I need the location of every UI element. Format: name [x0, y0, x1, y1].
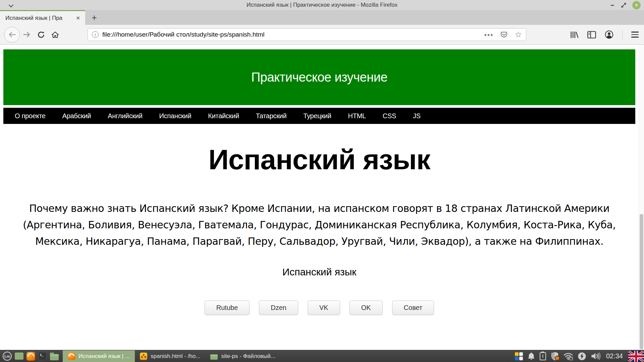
site-nav-link[interactable]: Татарский: [256, 112, 287, 120]
home-icon: [51, 31, 59, 38]
window-titlebar: Испанский язык | Практическое изучение -…: [0, 0, 644, 10]
terminal-icon: $_: [38, 352, 47, 360]
maximize-icon: [621, 2, 627, 8]
banner-title: Практическое изучение: [251, 70, 387, 85]
mint-menu-button[interactable]: Lm: [1, 350, 13, 362]
taskbar-window-list: Испанский язык | ... spanish.html - /ho.…: [63, 350, 280, 362]
tab-title: Испанский язык | Пра: [5, 14, 73, 22]
system-tray: 02:34: [515, 351, 644, 362]
menu-icon[interactable]: [631, 32, 639, 38]
show-desktop-icon: [15, 353, 23, 360]
firefox-icon: [26, 352, 35, 361]
maximize-button[interactable]: [621, 2, 627, 8]
site-nav-link[interactable]: JS: [413, 112, 421, 120]
report-clipboard-icon[interactable]: [540, 352, 546, 360]
clock[interactable]: 02:34: [606, 352, 623, 360]
taskbar-window-label: site-ps - Файловый...: [221, 353, 275, 360]
taskbar-window-label: spanish.html - /ho...: [151, 353, 200, 360]
page-actions-icon[interactable]: •••: [484, 31, 493, 38]
scrollbar-track[interactable]: [639, 45, 644, 350]
social-button[interactable]: VK: [308, 301, 340, 315]
workspace-quadrant-icon[interactable]: [515, 352, 523, 360]
window-controls: − ✕: [609, 0, 641, 10]
site-nav-link[interactable]: Китайский: [208, 112, 239, 120]
page-heading: Испанский язык: [3, 143, 635, 176]
files-icon: [50, 354, 59, 360]
web-page: Практическое изучение О проекте Арабский…: [3, 49, 635, 315]
power-icon[interactable]: [578, 352, 586, 361]
site-nav: О проекте Арабский Английский Испанский …: [3, 108, 635, 124]
social-button[interactable]: Dzen: [259, 301, 298, 315]
terminal-launcher[interactable]: $_: [37, 350, 48, 362]
reload-icon: [37, 31, 45, 39]
taskbar-window-label: Испанский язык | ...: [78, 353, 130, 360]
bookmark-star-icon[interactable]: ☆: [515, 31, 522, 39]
window-title: Испанский язык | Практическое изучение -…: [247, 2, 397, 8]
taskbar-window-icon: [210, 354, 218, 360]
tab-close-icon[interactable]: ✕: [73, 14, 83, 22]
close-button[interactable]: ✕: [632, 1, 641, 9]
site-nav-link[interactable]: Арабский: [62, 112, 91, 120]
forward-icon: [23, 31, 31, 38]
info-icon[interactable]: i: [92, 31, 99, 38]
social-button[interactable]: OK: [350, 301, 383, 315]
back-icon: [8, 31, 16, 38]
browser-viewport: Практическое изучение О проекте Арабский…: [0, 45, 644, 350]
forward-button[interactable]: [20, 28, 34, 42]
notifications-bell-icon[interactable]: [527, 352, 535, 360]
back-button[interactable]: [4, 27, 20, 43]
url-bar[interactable]: i file:///home/user/Рабочий стол/study/s…: [88, 28, 526, 41]
taskbar: Lm $_ Испанский язык | ... spanish: [0, 350, 644, 362]
taskbar-window-button[interactable]: spanish.html - /ho...: [135, 350, 205, 362]
firefox-window: Испанский язык | Практическое изучение -…: [0, 0, 644, 362]
taskbar-window-icon: [68, 353, 75, 360]
wifi-disconnected-icon[interactable]: [563, 352, 573, 360]
pocket-icon[interactable]: [500, 31, 508, 39]
page-subheading: Испанский язык: [3, 266, 635, 278]
files-launcher[interactable]: [48, 350, 60, 362]
url-actions: ••• ☆: [484, 31, 522, 39]
sidebar-icon[interactable]: [587, 31, 596, 39]
show-desktop-button[interactable]: [13, 350, 25, 362]
menu-chevron-icon[interactable]: [9, 3, 13, 7]
account-icon[interactable]: [605, 30, 613, 39]
reload-button[interactable]: [34, 28, 48, 42]
library-icon[interactable]: [570, 31, 579, 39]
site-nav-link[interactable]: CSS: [383, 112, 396, 120]
navigation-toolbar: i file:///home/user/Рабочий стол/study/s…: [0, 25, 644, 45]
new-tab-button[interactable]: +: [87, 10, 101, 25]
mint-menu-icon: Lm: [3, 352, 12, 361]
url-text[interactable]: file:///home/user/Рабочий стол/study/sit…: [102, 31, 484, 38]
tab-bar: Испанский язык | Пра ✕ +: [0, 10, 644, 25]
tab-active[interactable]: Испанский язык | Пра ✕: [0, 10, 85, 25]
page-banner: Практическое изучение: [3, 49, 635, 105]
taskbar-window-button[interactable]: Испанский язык | ...: [63, 350, 135, 362]
toolbar-right-icons: [570, 30, 640, 39]
taskbar-window-button[interactable]: site-ps - Файловый...: [205, 350, 280, 362]
site-nav-link[interactable]: Английский: [108, 112, 142, 120]
social-button[interactable]: Rutube: [205, 301, 250, 315]
taskbar-window-icon: [140, 353, 147, 360]
update-shield-icon[interactable]: [550, 352, 559, 361]
site-nav-link[interactable]: HTML: [348, 112, 366, 120]
page-paragraph: Почему важно знать Испанский язык? Кроме…: [15, 200, 624, 250]
firefox-launcher[interactable]: [25, 350, 37, 362]
volume-icon[interactable]: [591, 352, 601, 360]
scrollbar-thumb[interactable]: [640, 214, 643, 349]
social-buttons-row: Rutube Dzen VK OK Совет: [3, 301, 635, 315]
site-nav-link[interactable]: Испанский: [159, 112, 192, 120]
home-button[interactable]: [48, 28, 62, 42]
minimize-button[interactable]: −: [609, 2, 615, 8]
social-button[interactable]: Совет: [392, 301, 434, 315]
toolbar-separator: [622, 30, 623, 39]
site-nav-link[interactable]: Турецкий: [303, 112, 331, 120]
uk-flag-icon[interactable]: [628, 351, 644, 362]
site-nav-link[interactable]: О проекте: [15, 112, 46, 120]
